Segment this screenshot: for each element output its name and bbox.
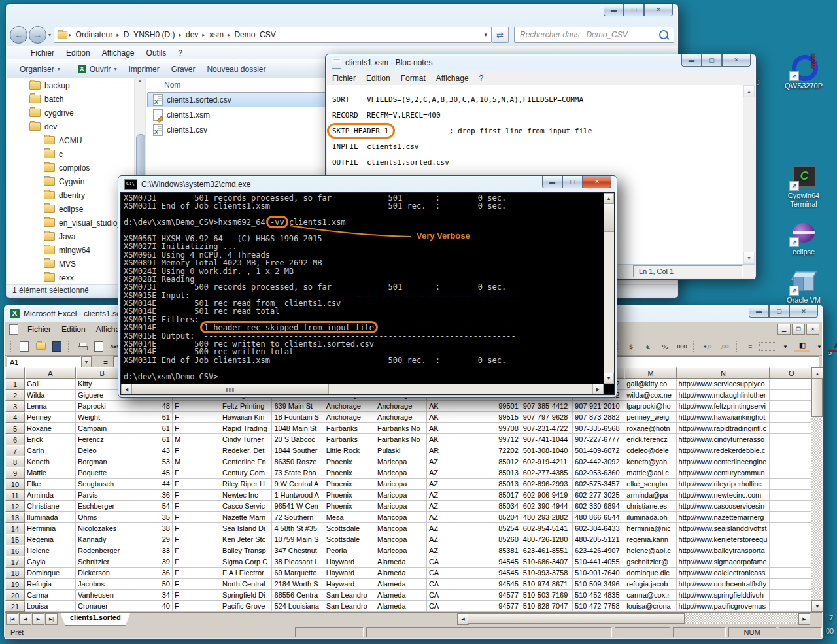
cell[interactable]: http://www.hawaiiankinghot: [677, 412, 770, 423]
cell[interactable]: Feltz Printing: [220, 401, 272, 412]
cell[interactable]: Scottsdale: [324, 523, 375, 534]
cell[interactable]: Ken Jeter Stc: [220, 534, 272, 545]
row-header-15[interactable]: 15: [5, 534, 25, 545]
cell[interactable]: http://www.kenjeterstoreequ: [677, 534, 770, 545]
cell[interactable]: Lenna: [25, 401, 76, 412]
font-color-icon[interactable]: A: [828, 341, 837, 352]
cell[interactable]: [770, 467, 813, 479]
explorer-titlebar[interactable]: ▬ ▢ ✕: [6, 4, 678, 21]
cell[interactable]: Maricopa: [375, 512, 427, 523]
menu-edition[interactable]: Edition: [61, 47, 95, 59]
cell[interactable]: Fairbanks: [324, 423, 375, 434]
cell[interactable]: 501-409-6072: [573, 445, 624, 456]
cell[interactable]: 907-335-6568: [573, 423, 624, 434]
cell[interactable]: F: [173, 523, 220, 534]
cell[interactable]: 907-741-1044: [521, 434, 573, 445]
cell[interactable]: AZ: [427, 490, 454, 501]
scroll-down-icon[interactable]: ▼: [811, 600, 823, 612]
cell[interactable]: 510-503-7169: [521, 590, 573, 601]
minimize-button[interactable]: ▬: [542, 176, 562, 188]
cell[interactable]: 53: [128, 456, 173, 467]
cell[interactable]: F: [173, 534, 220, 545]
cell[interactable]: 85013: [453, 479, 521, 490]
cell[interactable]: CA: [427, 590, 454, 601]
row-header-10[interactable]: 10: [5, 479, 25, 490]
cell[interactable]: Maricopa: [375, 467, 427, 479]
horizontal-scrollbar-thumb[interactable]: ▮▮▮: [131, 384, 329, 395]
cell[interactable]: Nicolozakes: [76, 523, 128, 534]
vertical-scrollbar-thumb[interactable]: [604, 203, 615, 232]
row-header-6[interactable]: 6: [5, 434, 25, 445]
cell[interactable]: 99501: [453, 401, 521, 412]
cell[interactable]: 907-385-4412: [521, 401, 573, 412]
excel-vertical-scrollbar[interactable]: ▲ ▼: [811, 367, 822, 612]
cell[interactable]: 510-441-4055: [573, 556, 624, 568]
tree-item-cygdrive[interactable]: cygdrive: [7, 106, 134, 120]
menu-affichage[interactable]: Affichage: [97, 47, 140, 59]
cell[interactable]: 510-828-7047: [521, 601, 573, 612]
cell[interactable]: 35: [128, 512, 173, 523]
row-header-14[interactable]: 14: [5, 523, 25, 534]
cell[interactable]: penney_weig: [624, 412, 676, 423]
cell[interactable]: CA: [427, 568, 454, 579]
select-all-corner[interactable]: [5, 367, 25, 379]
cell[interactable]: Phoenix: [324, 479, 375, 490]
cell[interactable]: 524 Louisiana: [272, 601, 324, 612]
cell[interactable]: 480-726-1280: [521, 534, 573, 545]
cell[interactable]: 85381: [453, 545, 521, 556]
cell[interactable]: Redeker. Det: [220, 445, 272, 456]
minimize-button[interactable]: ▬: [604, 4, 624, 16]
cell[interactable]: http://www.seaislanddivoffst: [677, 523, 770, 534]
cell[interactable]: AZ: [427, 523, 454, 534]
row-header-2[interactable]: 2: [5, 390, 25, 401]
cell[interactable]: 602-906-9419: [521, 490, 573, 501]
cell[interactable]: Refugia: [25, 579, 76, 590]
cell[interactable]: [770, 390, 813, 401]
tree-item-compilos[interactable]: compilos: [7, 161, 134, 175]
cell[interactable]: 72 Southern: [272, 512, 324, 523]
cell[interactable]: Arminda: [25, 490, 76, 501]
cell[interactable]: Herminia: [25, 523, 76, 534]
tree-item-mvs[interactable]: MVS: [7, 257, 134, 271]
cell[interactable]: keneth@yah: [624, 456, 676, 467]
cell[interactable]: Peoria: [324, 545, 375, 556]
scroll-up-icon[interactable]: ▲: [743, 85, 755, 97]
cell[interactable]: Fairbanks No: [375, 423, 427, 434]
cell[interactable]: Pulaski: [375, 445, 427, 456]
breadcrumb-segment[interactable]: xsm: [206, 30, 227, 39]
cell[interactable]: http://www.springfielddivoh: [677, 590, 770, 601]
cell[interactable]: F: [173, 601, 220, 612]
cell[interactable]: Carin: [25, 445, 76, 456]
cell[interactable]: [770, 556, 813, 568]
cell[interactable]: F: [173, 401, 220, 412]
cell[interactable]: regenia.kann: [624, 534, 676, 545]
cell[interactable]: [770, 501, 813, 512]
menu-edition[interactable]: Edition: [56, 323, 91, 336]
cell[interactable]: Campain: [76, 423, 128, 434]
borders-icon[interactable]: [759, 342, 776, 351]
thousands-separator-icon[interactable]: 000: [674, 340, 690, 352]
cell[interactable]: 602-330-6894: [573, 501, 624, 512]
row-header-20[interactable]: 20: [5, 590, 25, 601]
menu-fichier[interactable]: Fichier: [26, 47, 60, 59]
cell[interactable]: 907-797-9628: [521, 412, 573, 423]
minimize-button[interactable]: ▬: [681, 54, 702, 67]
cell[interactable]: M: [173, 434, 220, 445]
column-header-N[interactable]: N: [677, 367, 770, 379]
cell[interactable]: F: [173, 479, 220, 490]
cell[interactable]: Phoenix: [324, 501, 375, 512]
cell[interactable]: Hayward: [324, 579, 375, 590]
cell[interactable]: Sigma Corp C: [220, 556, 272, 568]
cell[interactable]: [770, 590, 813, 601]
graver-button[interactable]: Graver: [165, 62, 201, 76]
cell[interactable]: Hayward: [324, 568, 375, 579]
tree-item-java[interactable]: Java: [7, 229, 134, 243]
menu-affichage[interactable]: Affichage: [431, 73, 474, 84]
cell[interactable]: Rapid Trading: [220, 423, 272, 434]
cell[interactable]: [770, 534, 813, 545]
workbook-restore-button[interactable]: ❐: [792, 324, 805, 335]
cell[interactable]: 36: [128, 490, 173, 501]
cell[interactable]: E A I Electror: [220, 568, 272, 579]
cell[interactable]: lpaprocki@ho: [624, 401, 676, 412]
cell[interactable]: 510-472-7758: [573, 601, 624, 612]
